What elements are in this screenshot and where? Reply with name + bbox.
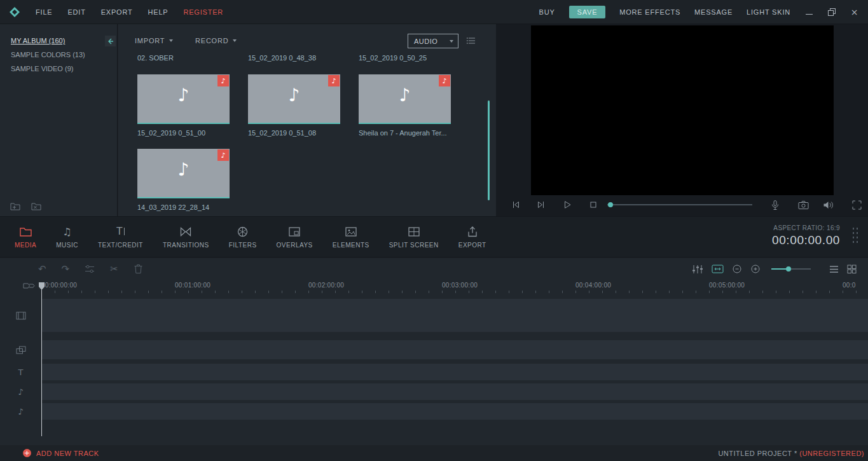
undo-button[interactable]: ↶ — [38, 263, 46, 275]
audio-type-badge: ♪ — [217, 75, 229, 86]
stop-button[interactable] — [588, 199, 599, 210]
tab-music[interactable]: ♫ MUSIC — [56, 226, 78, 249]
video-track-lane[interactable] — [42, 299, 868, 332]
audio-clip-thumbnail[interactable]: ♪ ♪ — [248, 74, 340, 124]
zoom-in-button[interactable] — [750, 264, 761, 274]
list-view-button[interactable] — [466, 36, 476, 45]
message-button[interactable]: MESSAGE — [694, 8, 733, 16]
media-type-filter-select[interactable]: AUDIO — [408, 34, 458, 48]
audio-clip-thumbnail[interactable]: ♪ ♪ — [137, 74, 230, 124]
timeline-ruler[interactable]: 00:00:00:00 00:01:00:00 00:02:00:00 00:0… — [0, 280, 868, 294]
video-preview-screen[interactable] — [531, 25, 834, 195]
filter-value: AUDIO — [414, 38, 437, 45]
adjust-button[interactable] — [85, 265, 95, 273]
asset-tabbar: MEDIA ♫ MUSIC T TEXT/CREDIT TRANSITIONS … — [0, 216, 868, 258]
previous-frame-button[interactable] — [510, 199, 521, 210]
video-track-icon — [16, 312, 26, 320]
music-note-icon: ♪ — [137, 85, 230, 106]
save-button[interactable]: SAVE — [569, 6, 606, 18]
next-frame-button[interactable] — [535, 199, 547, 210]
album-item-sample-video[interactable]: SAMPLE VIDEO (9) — [0, 62, 117, 76]
arrow-left-icon — [107, 38, 114, 45]
text-track-lane[interactable] — [42, 364, 868, 380]
track-height-small-button[interactable] — [829, 265, 839, 273]
audio-mixer-button[interactable] — [692, 265, 703, 274]
marker-tags-icon[interactable] — [23, 282, 36, 290]
tab-export[interactable]: EXPORT — [458, 226, 486, 249]
split-button[interactable]: ✂ — [110, 263, 118, 275]
audio-track-header[interactable]: ♪ — [0, 403, 41, 420]
snapshot-button[interactable] — [797, 199, 809, 210]
record-dropdown[interactable]: RECORD — [195, 37, 237, 45]
light-skin-toggle[interactable]: LIGHT SKIN — [747, 8, 790, 16]
ruler-label: 00:02:00:00 — [308, 282, 344, 289]
fullscreen-icon — [852, 200, 862, 210]
menu-register[interactable]: REGISTER — [183, 8, 223, 16]
tab-text-credit[interactable]: T TEXT/CREDIT — [98, 226, 143, 249]
overlays-icon — [289, 226, 300, 238]
buy-button[interactable]: BUY — [539, 8, 555, 16]
track-height-large-button[interactable] — [847, 265, 857, 273]
tab-label: EXPORT — [458, 242, 486, 249]
audio-clip-thumbnail[interactable]: ♪ ♪ — [137, 149, 230, 198]
timeline-zoom-slider[interactable] — [771, 268, 811, 270]
delete-folder-button[interactable] — [31, 202, 42, 211]
tab-split-screen[interactable]: SPLIT SCREEN — [389, 226, 439, 249]
progress-handle[interactable] — [608, 202, 613, 207]
menu-file[interactable]: FILE — [36, 8, 52, 16]
menubar-right: BUY SAVE MORE EFFECTS MESSAGE LIGHT SKIN… — [539, 6, 860, 18]
tab-elements[interactable]: ELEMENTS — [333, 226, 369, 249]
media-library-panel: IMPORT RECORD AUDIO 02. SOBER 15_02_2019… — [118, 24, 496, 216]
fit-timeline-button[interactable] — [712, 265, 724, 273]
text-track-header[interactable]: T — [0, 364, 41, 380]
library-sidebar: MY ALBUM (160) SAMPLE COLORS (13) SAMPLE… — [0, 24, 118, 216]
playhead[interactable] — [41, 282, 42, 436]
audio-type-badge: ♪ — [328, 75, 340, 86]
volume-button[interactable] — [823, 199, 834, 210]
overlay-track-header[interactable] — [0, 340, 41, 359]
audio-clip-thumbnail[interactable]: ♪ ♪ — [359, 74, 451, 124]
audio-type-badge: ♪ — [217, 149, 229, 161]
music-note-icon: ♪ — [221, 77, 225, 85]
add-folder-button[interactable] — [10, 202, 21, 211]
media-scrollbar[interactable] — [488, 100, 490, 200]
maximize-button[interactable] — [827, 8, 836, 17]
video-track-header[interactable] — [0, 299, 41, 332]
fullscreen-button[interactable] — [851, 199, 862, 210]
panel-drag-handle-icon[interactable] — [851, 226, 860, 243]
music-note-icon: ♪ — [331, 77, 336, 85]
status-bar: + ADD NEW TRACK UNTITLED PROJECT * (UNRE… — [0, 445, 868, 461]
delete-button[interactable] — [134, 264, 143, 274]
project-status: UNTITLED PROJECT * (UNREGISTERED) — [718, 450, 864, 457]
collapse-sidebar-button[interactable] — [105, 36, 116, 46]
menu-help[interactable]: HELP — [148, 8, 169, 16]
menu-edit[interactable]: EDIT — [67, 8, 85, 16]
album-item-sample-colors[interactable]: SAMPLE COLORS (13) — [0, 48, 117, 62]
audio-track-icon: ♪ — [18, 407, 23, 416]
add-new-track-button[interactable]: + ADD NEW TRACK — [23, 449, 99, 457]
audio-track-header[interactable]: ♪ — [0, 383, 41, 400]
voiceover-button[interactable] — [769, 199, 781, 210]
tab-overlays[interactable]: OVERLAYS — [277, 226, 313, 249]
tab-transitions[interactable]: TRANSITIONS — [163, 226, 209, 249]
play-button[interactable] — [561, 199, 573, 210]
audio-track-lane[interactable] — [42, 403, 868, 420]
audio-track-lane[interactable] — [42, 383, 868, 400]
zoom-slider-handle[interactable] — [786, 266, 791, 272]
redo-button[interactable]: ↷ — [62, 263, 70, 275]
more-effects-button[interactable]: MORE EFFECTS — [619, 8, 680, 16]
chevron-down-icon — [169, 39, 173, 42]
tab-media[interactable]: MEDIA — [15, 226, 36, 249]
music-note-icon: ♪ — [442, 77, 446, 85]
overlay-track-lane[interactable] — [42, 340, 868, 359]
menu-export[interactable]: EXPORT — [101, 8, 133, 16]
timeline-tracks: T ♪ ♪ — [0, 294, 868, 445]
zoom-out-button[interactable] — [732, 264, 742, 274]
tab-filters[interactable]: FILTERS — [229, 226, 257, 249]
playback-progress-slider[interactable] — [607, 204, 752, 205]
app-logo-icon — [9, 6, 20, 18]
import-dropdown[interactable]: IMPORT — [135, 37, 173, 45]
album-item-my-album[interactable]: MY ALBUM (160) — [0, 34, 117, 48]
close-button[interactable]: × — [850, 8, 859, 17]
minimize-button[interactable] — [804, 8, 813, 17]
